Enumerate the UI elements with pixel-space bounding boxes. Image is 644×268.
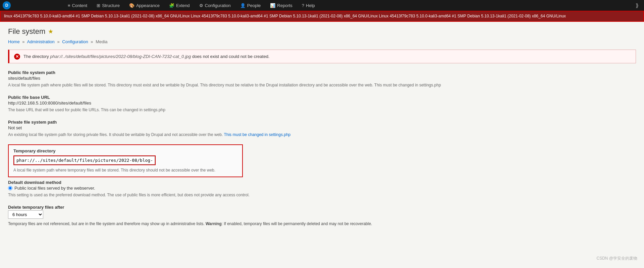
nav-item-help[interactable]: ? Help [297,0,320,11]
nav-menu: ≡ Content ⊞ Structure 🎨 Appearance 🧩 Ext… [63,0,633,11]
delete-temp-section: Delete temporary files after 1 hour 2 ho… [8,205,636,227]
extend-icon: 🧩 [169,3,174,8]
private-path-settings-link[interactable]: This must be changed in settings.php [224,132,290,137]
people-icon: 👤 [240,3,246,8]
sidebar-toggle-button[interactable]: ⟫ [633,2,641,9]
favorite-star-icon[interactable]: ★ [48,28,53,35]
nav-item-people[interactable]: 👤 People [235,0,265,11]
structure-icon: ⊞ [97,3,100,8]
appearance-icon: 🎨 [129,3,135,8]
private-path-section: Private file system path Not set An exis… [8,120,636,138]
top-navigation: D ≡ Content ⊞ Structure 🎨 Appearance 🧩 E… [0,0,644,11]
public-url-section: Public file base URL http://192.168.5.10… [8,95,636,113]
breadcrumb-home[interactable]: Home [8,39,20,44]
public-path-section: Public file system path sites/default/fi… [8,70,636,88]
content-icon: ≡ [68,3,70,8]
breadcrumb: Home » Administration » Configuration » … [8,39,636,44]
download-method-section: Default download method Public local fil… [8,180,636,198]
private-path-desc: An existing local file system path for s… [8,132,444,138]
nav-item-configuration[interactable]: ⚙ Configuration [195,0,235,11]
breadcrumb-admin[interactable]: Administration [27,39,54,44]
delete-temp-desc: Temporary files are not referenced, but … [8,221,444,227]
warning-bar: linux 45413f79c783 5.10.0-kali3-amd64 #1… [0,11,644,22]
breadcrumb-config[interactable]: Configuration [62,39,88,44]
help-icon: ? [302,3,304,8]
download-method-label: Default download method [8,180,636,185]
private-path-label: Private file system path [8,120,636,125]
delete-temp-select-row: 1 hour 2 hours 3 hours 6 hours 12 hours … [8,210,636,219]
temp-dir-input-border [13,155,156,165]
error-message-box: ✕ The directory phar://../sites/default/… [8,50,636,64]
public-url-desc: The base URL that will be used for publi… [8,107,444,113]
download-method-radio-label[interactable]: Public local files served by the webserv… [8,186,636,191]
temp-dir-label: Temporary directory [13,148,237,153]
temp-dir-desc: A local file system path where temporary… [13,167,237,173]
public-path-label: Public file system path [8,70,636,75]
logo-area: D [3,1,63,9]
delete-temp-select[interactable]: 1 hour 2 hours 3 hours 6 hours 12 hours … [8,210,43,219]
error-icon: ✕ [14,54,20,60]
page-title: File system [8,27,45,36]
public-path-desc: A local file system path where public fi… [8,82,444,88]
temp-dir-input[interactable] [14,156,155,164]
public-path-value: sites/default/files [8,76,636,81]
configuration-icon: ⚙ [199,3,203,8]
nav-item-content[interactable]: ≡ Content [63,0,92,11]
nav-item-appearance[interactable]: 🎨 Appearance [124,0,164,11]
nav-item-extend[interactable]: 🧩 Extend [164,0,194,11]
private-path-value: Not set [8,125,636,130]
breadcrumb-current: Media [96,39,107,44]
delete-temp-warning: Warning [206,221,222,226]
main-content: File system ★ Home » Administration » Co… [0,22,644,239]
nav-item-reports[interactable]: 📊 Reports [265,0,297,11]
temp-dir-input-wrapper [13,155,237,165]
download-method-radio-group: Public local files served by the webserv… [8,186,636,191]
download-method-radio[interactable] [8,186,12,190]
error-path: phar://../sites/default/files/pictures/2… [50,54,191,59]
error-text: The directory phar://../sites/default/fi… [23,53,269,60]
temp-dir-section: Temporary directory A local file system … [8,144,243,177]
site-logo[interactable]: D [3,1,11,9]
download-method-desc: This setting is used as the preferred do… [8,192,444,198]
nav-item-structure[interactable]: ⊞ Structure [92,0,124,11]
page-title-area: File system ★ [8,27,636,36]
delete-temp-label: Delete temporary files after [8,205,636,210]
public-url-label: Public file base URL [8,95,636,100]
public-url-value: http://192.168.5.100:8080/sites/default/… [8,100,636,106]
reports-icon: 📊 [270,3,275,8]
